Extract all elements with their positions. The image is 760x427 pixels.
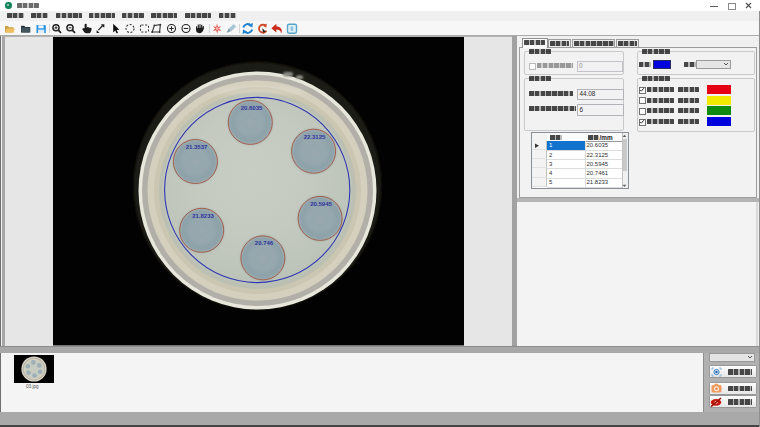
svg-text:20.6035: 20.6035	[241, 105, 263, 111]
svg-text:20.746: 20.746	[255, 240, 274, 246]
svg-text:21.3537: 21.3537	[186, 144, 208, 150]
svg-text:22.3125: 22.3125	[304, 134, 326, 140]
svg-text:21.8233: 21.8233	[192, 213, 214, 219]
svg-text:20.5945: 20.5945	[310, 201, 332, 207]
